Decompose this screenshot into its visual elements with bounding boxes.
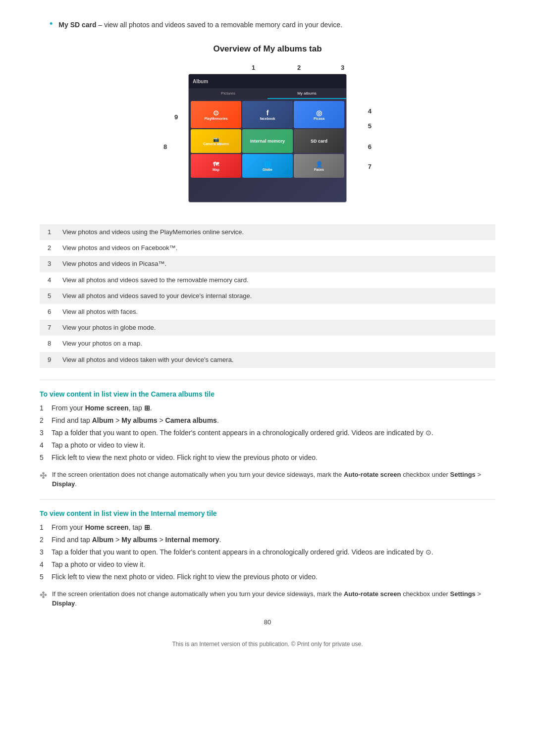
camera-tip-box: ✤ If the screen orientation does not cha…	[40, 470, 495, 489]
row-num: 6	[40, 304, 57, 320]
phone-top-bar: Album	[189, 74, 346, 88]
step-text: Find and tap Album > My albums > Interna…	[52, 535, 495, 545]
step-number: 3	[40, 547, 52, 557]
list-item: 2Find and tap Album > My albums > Camera…	[40, 415, 495, 426]
callout-1: 1	[252, 64, 255, 71]
tip-icon-camera: ✤	[40, 469, 47, 483]
row-num: 5	[40, 288, 57, 304]
step-text: Tap a folder that you want to open. The …	[52, 428, 495, 438]
callout-2: 2	[297, 64, 301, 71]
row-num: 1	[40, 224, 57, 240]
intro-bullet-text: My SD card – view all photos and videos …	[58, 20, 342, 30]
step-number: 5	[40, 572, 52, 582]
row-text: View your photos in globe mode.	[57, 320, 495, 336]
step-number: 4	[40, 440, 52, 451]
list-item: 3Tap a folder that you want to open. The…	[40, 428, 495, 438]
internal-section-heading: To view content in list view in the Inte…	[40, 509, 495, 517]
step-text: Tap a photo or video to view it.	[52, 559, 495, 570]
row-num: 9	[40, 352, 57, 368]
tile-globe: 🌐 Globe	[242, 154, 293, 178]
list-item: 1From your Home screen, tap ⊞.	[40, 403, 495, 413]
tile-facebook: f facebook	[242, 101, 293, 128]
tile-map: 🗺 Map	[191, 154, 241, 178]
intro-bullet: • My SD card – view all photos and video…	[40, 20, 495, 30]
camera-tip-text: If the screen orientation does not chang…	[52, 470, 495, 489]
internal-tip-text: If the screen orientation does not chang…	[52, 589, 495, 608]
tile-picasa: ◎ Picasa	[294, 101, 344, 128]
step-text: Tap a photo or video to view it.	[52, 440, 495, 451]
table-row: 6View all photos with faces.	[40, 304, 495, 320]
callout-3: 3	[341, 64, 344, 71]
tab-pictures: Pictures	[189, 88, 268, 99]
divider-2	[40, 499, 495, 500]
table-row: 3View photos and videos in Picasa™.	[40, 256, 495, 272]
callout-6: 6	[368, 143, 372, 151]
overview-title: Overview of My albums tab	[40, 44, 495, 54]
list-item: 5Flick left to view the next photo or vi…	[40, 572, 495, 582]
callout-5: 5	[368, 122, 372, 130]
tile-sdcard: SD card	[294, 129, 344, 153]
table-row: 7View your photos in globe mode.	[40, 320, 495, 336]
diagram-wrapper: 1 2 3 4 5 6 7 8 9 Album Pictures My albu…	[163, 64, 372, 212]
list-item: 4Tap a photo or video to view it.	[40, 440, 495, 451]
row-num: 3	[40, 256, 57, 272]
callout-8: 8	[163, 143, 167, 151]
phone-screen: Album Pictures My albums ⊙ PlayMemories …	[189, 74, 346, 202]
tip-icon-internal: ✤	[40, 589, 47, 602]
step-text: Find and tap Album > My albums > Camera …	[52, 415, 495, 426]
reference-table: 1View photos and videos using the PlayMe…	[40, 224, 495, 368]
table-row: 8View your photos on a map.	[40, 336, 495, 352]
camera-steps-list: 1From your Home screen, tap ⊞.2Find and …	[40, 403, 495, 463]
tile-internal-memory: Internal memory	[242, 129, 293, 153]
row-num: 4	[40, 272, 57, 288]
row-text: View photos and videos on Facebook™.	[57, 240, 495, 256]
row-text: View all photos and videos taken with yo…	[57, 352, 495, 368]
row-text: View all photos with faces.	[57, 304, 495, 320]
page-footer: This is an Internet version of this publ…	[40, 641, 495, 648]
step-text: Flick left to view the next photo or vid…	[52, 572, 495, 582]
step-number: 2	[40, 535, 52, 545]
tile-faces: 👤 Faces	[294, 154, 344, 178]
table-row: 1View photos and videos using the PlayMe…	[40, 224, 495, 240]
phone-diagram: Album Pictures My albums ⊙ PlayMemories …	[188, 74, 347, 202]
list-item: 4Tap a photo or video to view it.	[40, 559, 495, 570]
step-number: 2	[40, 415, 52, 426]
step-text: From your Home screen, tap ⊞.	[52, 403, 495, 413]
internal-tip-box: ✤ If the screen orientation does not cha…	[40, 589, 495, 608]
step-text: Tap a folder that you want to open. The …	[52, 547, 495, 557]
row-text: View your photos on a map.	[57, 336, 495, 352]
list-item: 1From your Home screen, tap ⊞.	[40, 522, 495, 533]
tab-myalbums: My albums	[268, 88, 346, 99]
table-row: 9View all photos and videos taken with y…	[40, 352, 495, 368]
phone-tabs: Pictures My albums	[189, 88, 346, 99]
row-text: View photos and videos in Picasa™.	[57, 256, 495, 272]
step-text: From your Home screen, tap ⊞.	[52, 522, 495, 533]
step-number: 4	[40, 559, 52, 570]
callout-7: 7	[368, 163, 372, 170]
step-number: 5	[40, 453, 52, 463]
camera-section-heading: To view content in list view in the Came…	[40, 390, 495, 398]
bullet-icon: •	[50, 19, 53, 30]
step-number: 1	[40, 522, 52, 533]
list-item: 2Find and tap Album > My albums > Intern…	[40, 535, 495, 545]
diagram-container: 1 2 3 4 5 6 7 8 9 Album Pictures My albu…	[40, 64, 495, 212]
step-number: 1	[40, 403, 52, 413]
table-row: 4View all photos and videos saved to the…	[40, 272, 495, 288]
row-num: 7	[40, 320, 57, 336]
table-row: 2View photos and videos on Facebook™.	[40, 240, 495, 256]
tile-playmemories: ⊙ PlayMemories	[191, 101, 241, 128]
list-item: 3Tap a folder that you want to open. The…	[40, 547, 495, 557]
table-row: 5View all photos and videos saved to you…	[40, 288, 495, 304]
page-number: 80	[40, 618, 495, 626]
callout-9: 9	[174, 113, 178, 121]
step-number: 3	[40, 428, 52, 438]
row-text: View all photos and videos saved to the …	[57, 272, 495, 288]
internal-steps-list: 1From your Home screen, tap ⊞.2Find and …	[40, 522, 495, 582]
list-item: 5Flick left to view the next photo or vi…	[40, 453, 495, 463]
row-num: 8	[40, 336, 57, 352]
callout-4: 4	[368, 107, 372, 115]
tile-camera-albums: 📷 Camera albums	[191, 129, 241, 153]
row-num: 2	[40, 240, 57, 256]
row-text: View all photos and videos saved to your…	[57, 288, 495, 304]
row-text: View photos and videos using the PlayMem…	[57, 224, 495, 240]
